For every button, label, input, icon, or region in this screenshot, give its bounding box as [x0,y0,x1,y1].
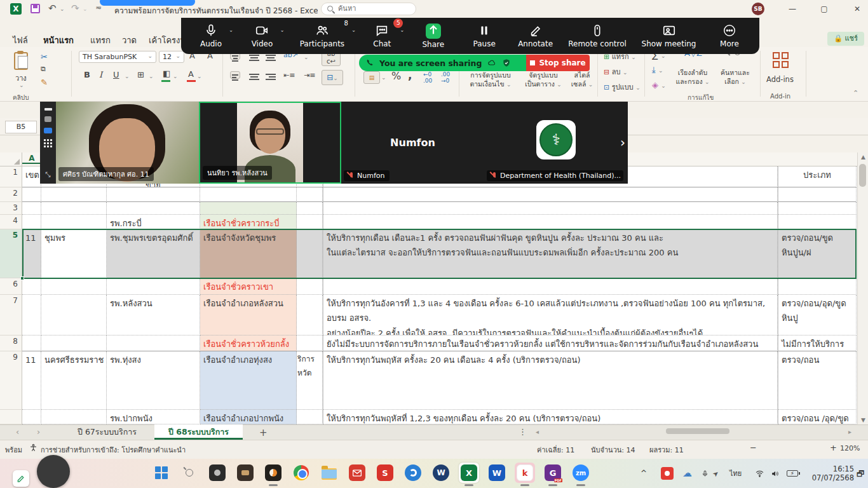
row-header-3[interactable]: 3 [0,202,22,215]
cell-E6[interactable] [297,278,323,295]
decrease-decimal-icon[interactable]: .00→0 [441,71,450,84]
minimize-button[interactable]: — [782,0,803,18]
share-screen-button[interactable]: Share [415,24,452,49]
cell-F7[interactable]: ให้บริการทุกวันอังคารที่ 1,3 และ 4 ของเด… [323,295,778,336]
cell-G7[interactable]: ตรวจ/ถอน/อุด/ขูดหินปู [778,295,857,336]
audio-button[interactable]: ⌄ Audio [193,24,229,48]
taskbar-app-dark-1[interactable] [207,463,227,483]
name-box[interactable]: B5 [5,121,37,133]
customize-toolbar-icon[interactable]: ≂ [95,3,102,12]
sort-filter-button[interactable]: เรียงลำดับและกรอง ⌄ [672,69,713,86]
font-size-select[interactable]: 12⌄ [159,51,184,63]
cell-F4[interactable] [323,215,778,229]
cell-C10[interactable]: รพ.ปากพนัง [107,410,200,424]
align-middle-icon[interactable] [249,53,259,61]
mic-tray-icon[interactable] [702,459,709,488]
orientation-chevron-icon[interactable]: ⌄ [304,54,309,60]
sheet-tab-67[interactable]: ปี 67ระบบบริการ [64,424,151,440]
undo-icon[interactable]: ↶ [48,3,57,14]
cell-E9[interactable]: ริการ หวัด [297,351,323,410]
strip-view-icon[interactable] [44,128,52,133]
row-header-10[interactable] [0,410,22,424]
cell-F8[interactable]: ยังไม่มีระบบการจัดการบริการภายในเรือนจำช… [323,336,778,351]
recording-tray-icon[interactable] [661,459,674,488]
more-button[interactable]: More [711,24,748,48]
row-header-2[interactable]: 2 [0,187,22,202]
font-color-chevron-icon[interactable]: ⌄ [197,73,202,79]
taskbar-app-blue-circle[interactable] [403,463,423,483]
cell-C9[interactable]: รพ.ทุ่งสง [107,351,200,410]
row-header-7[interactable]: 7 [0,295,22,336]
search-input[interactable]: ค้นหา [321,3,416,15]
participant-video-1[interactable]: ศศิธร บัณฑิตมหากุล ศอ. 11 [56,102,199,184]
participants-chevron-icon[interactable]: ⌄ [351,27,356,33]
cloud-sync-tray-icon[interactable]: ☁⟳ [682,459,691,488]
cell-D9[interactable]: เรือนจำอำเภอทุ่งสง [200,351,297,410]
underline-chevron-icon[interactable]: ⌄ [125,73,130,79]
taskbar-start[interactable] [151,463,172,483]
cell-B8[interactable] [41,336,107,351]
horizontal-scroll-thumb[interactable] [666,428,729,434]
cell-G3[interactable] [778,202,857,215]
fill-color-chevron-icon[interactable]: ⌄ [173,73,178,79]
cell-B4[interactable] [41,215,107,229]
cell-F9[interactable]: ให้บริการทุกวันพฤหัส ครั้งละ 20 คน เดือน… [323,351,778,410]
paste-icon[interactable] [14,52,28,70]
cell-A6[interactable] [22,278,41,295]
share-workbook-button[interactable]: 🔒 แชร์ [827,32,864,46]
cell-A8[interactable] [22,336,41,351]
cell-E4[interactable] [297,215,323,229]
participant-video-2-active-speaker[interactable]: นนทิยา รพ.หลังสวน [199,102,341,184]
align-bottom-icon[interactable] [266,53,276,61]
cell-A3[interactable] [22,202,41,215]
zoom-in-icon[interactable]: + [830,443,837,452]
language-indicator[interactable]: ไทย [729,459,742,488]
cell-C4[interactable]: รพ.กระบี่ [107,215,200,229]
pause-share-button[interactable]: Pause [466,24,503,48]
cell-G10[interactable]: ตรวจ/ถอน /อุด/ขูดหินปู [778,410,857,424]
cell-B2[interactable] [41,187,107,202]
shield-check-icon[interactable] [502,58,511,67]
accessibility-status[interactable]: การช่วยสำหรับการเข้าถึง: โปรดศึกษาคำแนะน… [41,444,186,456]
cell-F5[interactable]: ให้บริการทุกเดือน เดือนละ1 ครั้ง ตรวจถอน… [323,229,778,278]
select-all-corner[interactable] [0,152,22,166]
row-header-9[interactable]: 9 [0,351,22,410]
scroll-up-icon[interactable]: ▲ [858,154,868,160]
row-header-8[interactable]: 8 [0,336,22,351]
participant-video-4[interactable]: ⚕ Department of Health (Thailand)... › [484,102,628,184]
cell-D10[interactable]: เรือนจำอำเภอปากพนัง [200,410,297,424]
hscroll-right-icon[interactable]: ▸ [848,428,851,435]
taskbar-app-w-navy[interactable]: W [431,463,451,483]
participants-button[interactable]: 8 ⌄ Participants [295,24,349,48]
find-select-button[interactable]: ค้นหาและเลือก ⌄ [715,69,755,86]
number-format-icon[interactable]: ▤ [363,71,380,84]
cell-B3[interactable] [41,202,107,215]
hscroll-left-icon[interactable]: ◂ [536,428,539,435]
clear-icon[interactable]: ◈ ⌄ [652,80,666,90]
taskbar-word[interactable]: W [487,463,507,483]
taskbar-gpdf[interactable]: GPDF [543,463,563,483]
clock[interactable]: 16:15 07/07/2568 [806,459,854,488]
remote-control-button[interactable]: Remote control [568,24,627,48]
copy-icon[interactable]: ⧉ [41,65,46,73]
zoom-notification-icon[interactable]: 🗗 [857,459,865,488]
cell-F3[interactable] [323,202,778,215]
video-button[interactable]: ⌄ Video [243,24,280,48]
vertical-scrollbar[interactable]: ▲ ▼ [857,152,868,424]
cell-B10[interactable] [41,410,107,424]
row-header-5[interactable]: 5 [0,229,22,278]
tab-options-icon[interactable]: ⋮ [519,427,527,437]
taskbar-app-cafe[interactable] [263,463,283,483]
taskbar-kplus[interactable]: k [515,463,535,483]
fill-color-icon[interactable]: ◧ [163,69,170,78]
cell-E10[interactable] [297,410,323,424]
borders-icon[interactable]: ⊞ [137,70,144,79]
cell-C2[interactable] [107,187,200,202]
tab-file[interactable]: ไฟล์ [9,32,32,49]
stop-share-button[interactable]: Stop share [526,55,590,71]
increase-indent-icon[interactable]: ⇥≡ [304,71,315,79]
battery-icon[interactable]: ⚡ [787,459,798,488]
taskbar-search[interactable] [179,463,200,483]
format-as-table-button[interactable]: จัดรูปแบบเป็นตาราง ⌄ [521,71,566,88]
font-name-select[interactable]: TH SarabunPSK⌄ [79,51,156,63]
